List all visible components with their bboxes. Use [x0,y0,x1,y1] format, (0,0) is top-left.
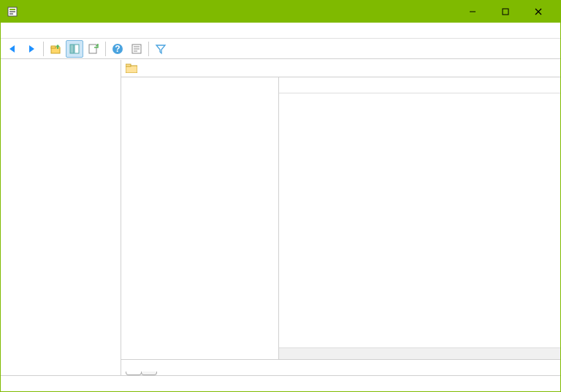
export-button[interactable] [85,40,102,58]
menubar [1,23,560,39]
svg-rect-2 [9,11,15,12]
separator [43,42,44,56]
help-button[interactable]: ? [109,40,126,58]
folder-icon [126,63,139,74]
forward-button[interactable] [23,40,40,58]
tree-pane[interactable] [1,60,121,375]
description [129,111,271,124]
svg-rect-11 [75,45,79,53]
separator [148,42,149,56]
svg-rect-9 [51,46,56,48]
back-button[interactable] [4,40,21,58]
show-hide-tree-button[interactable] [66,40,83,58]
toolbar: ? [1,39,560,59]
maximize-button[interactable] [489,1,522,23]
description-pane [121,77,279,359]
menu-view[interactable] [27,29,39,32]
statusbar [1,375,560,391]
content-header [121,60,560,77]
menu-action[interactable] [15,29,27,32]
titlebar [1,1,560,23]
properties-button[interactable] [128,40,145,58]
requirements [129,91,271,104]
close-button[interactable] [522,1,554,23]
menu-help[interactable] [39,29,50,32]
app-icon [7,6,18,18]
svg-rect-3 [9,13,13,15]
tabs [121,359,560,375]
svg-rect-12 [89,45,96,53]
svg-text:?: ? [115,44,120,54]
list-pane [279,77,560,359]
tab-standard[interactable] [141,372,157,375]
up-button[interactable] [47,40,64,58]
svg-rect-5 [503,9,508,15]
separator [105,42,106,56]
filter-button[interactable] [152,40,169,58]
minimize-button[interactable] [456,1,489,23]
svg-rect-1 [9,9,15,10]
horizontal-scrollbar[interactable] [279,347,560,359]
svg-rect-20 [126,64,131,66]
tab-extended[interactable] [126,372,142,375]
menu-file[interactable] [4,29,15,32]
svg-rect-10 [70,45,74,53]
list-header[interactable] [279,77,560,93]
